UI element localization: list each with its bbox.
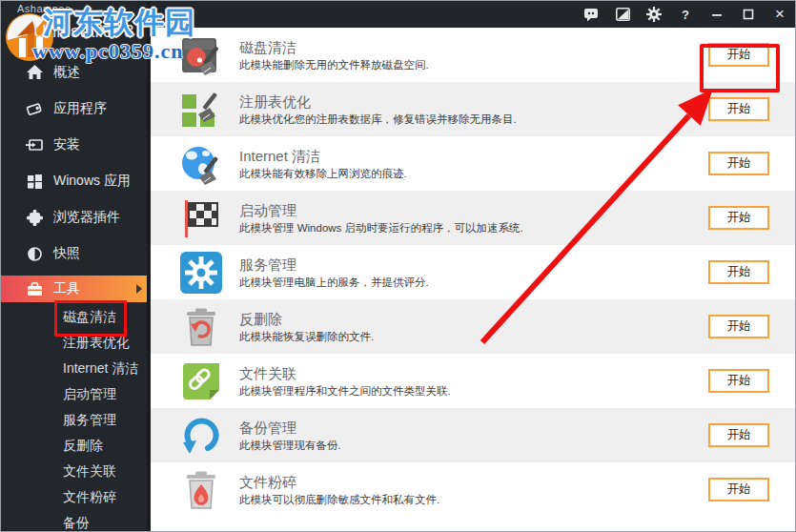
- module-row-disk-cleaner: 磁盘清洁 此模块能删除无用的文件释放磁盘空间. 开始: [151, 28, 796, 82]
- module-desc: 此模块能有效移除上网浏览的痕迹.: [239, 168, 708, 180]
- module-desc: 此模块能删除无用的文件释放磁盘空间.: [239, 59, 708, 72]
- minimize-button[interactable]: [709, 7, 725, 22]
- start-button-backup-manager[interactable]: 开始: [708, 423, 769, 447]
- subitem-label: 启动管理: [63, 386, 116, 403]
- maximize-button[interactable]: [741, 7, 756, 22]
- subitem-label: 磁盘清洁: [63, 309, 116, 326]
- start-button-disk-cleaner[interactable]: 开始: [708, 43, 769, 67]
- module-row-internet-cleaner: Internet 清洁 此模块能有效移除上网浏览的痕迹. 开始: [151, 136, 796, 191]
- submenu-caret-icon: [136, 284, 142, 294]
- close-button[interactable]: ×: [772, 7, 787, 22]
- sidebar-item-tools[interactable]: 工具: [1, 276, 147, 302]
- module-title: 备份管理: [239, 419, 708, 437]
- home-icon: [26, 64, 43, 81]
- sidebar-nav: 概述 应用程序 安装 Winows 应用: [1, 54, 147, 272]
- backup-icon: [179, 414, 223, 458]
- start-button-services-manager[interactable]: 开始: [708, 260, 769, 284]
- undelete-icon: [179, 305, 223, 349]
- startup-flag-icon: [179, 196, 223, 240]
- plugin-icon: [26, 209, 43, 226]
- module-row-file-association: 文件关联 此模块管理程序和文件之间的文件类型关联. 开始: [151, 354, 796, 408]
- tools-submenu: 磁盘清洁 注册表优化 Internet 清洁 启动管理 服务管理 反删除 文件关…: [1, 304, 147, 532]
- module-desc: 此模块能恢复误删除的文件.: [239, 331, 708, 343]
- subitem-startup-manager[interactable]: 启动管理: [1, 381, 147, 407]
- subitem-label: Internet 清洁: [63, 360, 138, 378]
- app-window: ? × Ashampoo Unins: [0, 0, 796, 532]
- brand-company: Ashampoo: [17, 3, 71, 14]
- file-shredder-icon: [179, 468, 223, 512]
- sidebar-item-overview[interactable]: 概述: [1, 54, 147, 91]
- module-row-startup-manager: 启动管理 此模块管理 Windows 启动时要运行的程序，可以加速系统. 开始: [151, 191, 796, 245]
- start-button-file-shredder[interactable]: 开始: [708, 478, 769, 501]
- module-desc: 此模块管理电脑上的服务，并提供评分.: [239, 276, 708, 289]
- sidebar-item-windows-apps[interactable]: Winows 应用: [1, 163, 147, 199]
- file-association-icon: [179, 359, 223, 403]
- module-desc: 此模块管理程序和文件之间的文件类型关联.: [239, 385, 708, 398]
- sidebar-item-label: Winows 应用: [53, 173, 131, 190]
- start-button-startup-manager[interactable]: 开始: [708, 206, 769, 230]
- sidebar-item-label: 安装: [53, 136, 80, 153]
- sidebar: Ashampoo Uninstaller 8 概述 应用程序 安装: [1, 1, 151, 531]
- subitem-label: 文件粉碎: [63, 489, 116, 506]
- module-desc: 此模块管理 Windows 启动时要运行的程序，可以加速系统.: [239, 222, 708, 235]
- module-desc: 此模块优化您的注册表数据库，修复错误并移除无用条目.: [239, 113, 708, 126]
- snapshot-eye-icon: [26, 245, 43, 262]
- internet-cleaner-icon: [179, 142, 223, 186]
- sidebar-item-label: 浏览器插件: [53, 209, 120, 226]
- brand-product: Uninstaller 8: [33, 21, 134, 42]
- subitem-label: 反删除: [63, 438, 103, 455]
- registry-optimizer-icon: [179, 88, 223, 132]
- module-title: 磁盘清洁: [239, 39, 708, 56]
- module-row-file-shredder: 文件粉碎 此模块可以彻底删除敏感文件和私有文件. 开始: [151, 462, 796, 517]
- subitem-file-association[interactable]: 文件关联: [1, 459, 147, 484]
- subitem-registry-optimizer[interactable]: 注册表优化: [1, 330, 147, 356]
- subitem-label: 注册表优化: [63, 335, 130, 352]
- module-row-registry-optimizer: 注册表优化 此模块优化您的注册表数据库，修复错误并移除无用条目. 开始: [151, 82, 796, 136]
- module-row-backup-manager: 备份管理 此模块管理现有备份. 开始: [151, 408, 796, 462]
- subitem-label: 文件关联: [63, 463, 116, 481]
- start-button-internet-cleaner[interactable]: 开始: [708, 152, 769, 175]
- module-title: 文件关联: [239, 365, 708, 382]
- toolbox-icon: [26, 280, 43, 297]
- start-button-registry-optimizer[interactable]: 开始: [708, 97, 769, 121]
- tag-icon: [26, 100, 43, 117]
- module-title: 服务管理: [239, 256, 708, 274]
- subitem-services-manager[interactable]: 服务管理: [1, 407, 147, 433]
- start-button-undelete[interactable]: 开始: [708, 315, 769, 338]
- module-title: 文件粉碎: [239, 474, 708, 491]
- module-desc: 此模块可以彻底删除敏感文件和私有文件.: [239, 494, 708, 506]
- module-title: 注册表优化: [239, 93, 708, 111]
- brand-area: Ashampoo Uninstaller 8: [1, 1, 147, 54]
- sidebar-item-installation[interactable]: 安装: [1, 127, 147, 163]
- subitem-file-shredder[interactable]: 文件粉碎: [1, 484, 147, 510]
- sidebar-item-browser-plugins[interactable]: 浏览器插件: [1, 199, 147, 235]
- sidebar-item-label: 概述: [53, 64, 80, 81]
- services-gear-icon: [179, 251, 223, 295]
- module-list: 磁盘清洁 此模块能删除无用的文件释放磁盘空间. 开始 注册表优化 此模块优化您的…: [151, 28, 796, 532]
- module-desc: 此模块管理现有备份.: [239, 440, 708, 452]
- module-row-services-manager: 服务管理 此模块管理电脑上的服务，并提供评分. 开始: [151, 245, 796, 299]
- sidebar-item-label: 快照: [53, 245, 80, 262]
- subitem-undelete[interactable]: 反删除: [1, 433, 147, 459]
- subitem-label: 备份: [63, 515, 90, 532]
- sidebar-item-label: 应用程序: [53, 100, 107, 117]
- module-title: 启动管理: [239, 202, 708, 219]
- module-row-undelete: 反删除 此模块能恢复误删除的文件. 开始: [151, 299, 796, 354]
- start-button-file-association[interactable]: 开始: [708, 369, 769, 393]
- subitem-backup[interactable]: 备份: [1, 510, 147, 532]
- install-icon: [26, 136, 43, 153]
- subitem-internet-cleaner[interactable]: Internet 清洁: [1, 356, 147, 381]
- sidebar-item-applications[interactable]: 应用程序: [1, 91, 147, 127]
- module-title: 反删除: [239, 311, 708, 328]
- sidebar-item-label: 工具: [53, 280, 80, 297]
- news-icon[interactable]: [615, 7, 630, 22]
- feedback-icon[interactable]: [583, 7, 599, 22]
- module-title: Internet 清洁: [239, 148, 708, 165]
- disk-cleaner-icon: [179, 33, 223, 77]
- sidebar-item-snapshots[interactable]: 快照: [1, 235, 147, 272]
- settings-gear-icon[interactable]: [646, 7, 662, 22]
- windows-grid-icon: [26, 173, 43, 190]
- help-icon[interactable]: ?: [678, 7, 693, 22]
- subitem-disk-cleaner[interactable]: 磁盘清洁: [1, 304, 147, 330]
- subitem-label: 服务管理: [63, 412, 116, 429]
